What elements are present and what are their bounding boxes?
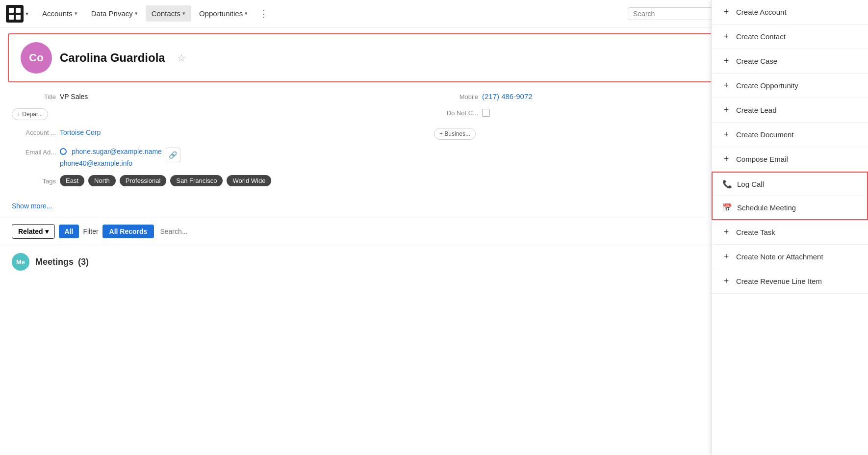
compose-email-item[interactable]: + Compose Email — [712, 147, 868, 172]
create-note-icon: + — [721, 252, 731, 262]
create-lead-item[interactable]: + Create Lead — [712, 98, 868, 123]
svg-rect-3 — [9, 15, 14, 20]
all-button[interactable]: All — [59, 225, 79, 238]
app-logo[interactable]: ▾ — [6, 5, 28, 23]
create-case-icon: + — [721, 56, 731, 66]
create-task-item[interactable]: + Create Task — [712, 220, 868, 245]
tag-world-wide: World Wide — [227, 175, 271, 186]
account-value[interactable]: Tortoise Corp — [60, 128, 101, 136]
opportunities-chevron-icon: ▾ — [245, 10, 248, 17]
email1-value[interactable]: phone.sugar@example.name — [72, 148, 162, 155]
record-name: Carolina Guardiola — [60, 51, 165, 65]
create-lead-icon: + — [721, 105, 731, 115]
create-dropdown-menu: + Create Account + Create Contact + Crea… — [711, 0, 868, 455]
email-values: phone.sugar@example.name phone40@example… — [60, 148, 162, 167]
related-chevron-icon: ▾ — [45, 228, 49, 235]
svg-rect-4 — [16, 15, 21, 20]
create-revenue-icon: + — [721, 276, 731, 286]
create-opportunity-item[interactable]: + Create Opportunity — [712, 74, 868, 98]
create-contact-icon: + — [721, 31, 731, 42]
filter-label: Filter — [83, 228, 98, 235]
create-case-item[interactable]: + Create Case — [712, 49, 868, 74]
all-records-button[interactable]: All Records — [102, 225, 154, 238]
do-not-contact-label: Do Not C... — [434, 108, 478, 117]
account-label: Account ... — [12, 128, 56, 136]
create-document-item[interactable]: + Create Document — [712, 123, 868, 147]
more-nav-icon[interactable]: ⋮ — [255, 4, 272, 23]
mobile-value[interactable]: (217) 486-9072 — [482, 92, 533, 101]
data-privacy-chevron-icon: ▾ — [135, 10, 138, 17]
log-call-item[interactable]: 📞 Log Call — [713, 173, 867, 196]
nav-item-data-privacy[interactable]: Data Privacy ▾ — [85, 5, 144, 22]
schedule-meeting-item[interactable]: 📅 Schedule Meeting — [713, 196, 867, 219]
email-link-icon[interactable]: 🔗 — [166, 148, 180, 162]
svg-rect-2 — [16, 8, 21, 13]
email2-value[interactable]: phone40@example.info — [60, 159, 132, 167]
nav-item-opportunities[interactable]: Opportunities ▾ — [193, 5, 254, 22]
nav-item-accounts[interactable]: Accounts ▾ — [36, 5, 83, 22]
create-document-icon: + — [721, 129, 731, 140]
meetings-title: Meetings (3) — [35, 257, 89, 267]
email1-icon — [60, 148, 67, 155]
log-call-phone-icon: 📞 — [722, 179, 732, 189]
add-business-button[interactable]: + Busines... — [434, 128, 476, 140]
svg-rect-1 — [9, 8, 14, 13]
create-contact-item[interactable]: + Create Contact — [712, 25, 868, 49]
highlighted-group: 📞 Log Call 📅 Schedule Meeting — [712, 172, 868, 220]
add-department-button[interactable]: + Depar... — [12, 108, 48, 120]
create-account-item[interactable]: + Create Account — [712, 0, 868, 25]
related-dropdown-button[interactable]: Related ▾ — [12, 224, 55, 239]
meetings-avatar: Me — [12, 253, 29, 271]
logo-chevron-icon[interactable]: ▾ — [26, 10, 28, 17]
tag-east: East — [60, 175, 84, 186]
tags-label: Tags — [12, 177, 56, 185]
accounts-chevron-icon: ▾ — [75, 10, 77, 17]
tag-north: North — [88, 175, 116, 186]
contacts-chevron-icon: ▾ — [182, 10, 185, 17]
related-search-input[interactable] — [158, 225, 248, 238]
svg-rect-0 — [6, 5, 24, 23]
tag-san-francisco: San Francisco — [170, 175, 223, 186]
create-task-icon: + — [721, 227, 731, 237]
title-label: Title — [12, 92, 56, 101]
record-avatar: Co — [21, 42, 52, 74]
create-account-icon: + — [721, 7, 731, 17]
compose-email-icon: + — [721, 154, 731, 164]
create-note-item[interactable]: + Create Note or Attachment — [712, 245, 868, 269]
favorite-star-icon[interactable]: ☆ — [177, 52, 186, 64]
mobile-label: Mobile — [434, 92, 478, 101]
title-value: VP Sales — [60, 93, 88, 101]
tag-professional: Professional — [120, 175, 167, 186]
create-revenue-item[interactable]: + Create Revenue Line Item — [712, 269, 868, 294]
main-content: Co Carolina Guardiola ☆ Title VP Sales M… — [0, 27, 868, 455]
nav-item-contacts[interactable]: Contacts ▾ — [146, 5, 191, 22]
create-opportunity-icon: + — [721, 80, 731, 91]
do-not-contact-checkbox[interactable] — [482, 109, 490, 117]
email-label: Email Ad... — [12, 148, 56, 156]
schedule-meeting-calendar-icon: 📅 — [722, 203, 732, 212]
